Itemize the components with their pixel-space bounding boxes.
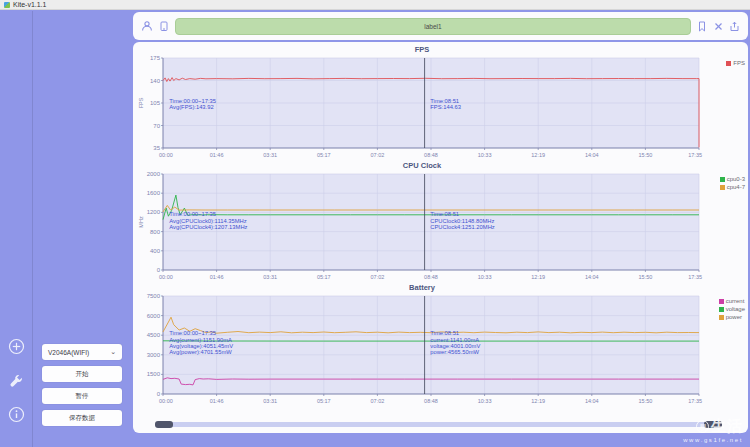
sidebar-icon-column bbox=[0, 11, 33, 447]
x-tick-label: 07:02 bbox=[371, 274, 385, 280]
sidebar: V2046A(WIFI) ⌄ 开始 暂停 保存数据 bbox=[0, 11, 133, 447]
device-controls: V2046A(WIFI) ⌄ 开始 暂停 保存数据 bbox=[42, 344, 122, 426]
annotation-text: current:1141.00mA bbox=[430, 337, 479, 343]
y-tick-label: 4500 bbox=[147, 332, 161, 338]
chevron-down-icon: ⌄ bbox=[110, 349, 116, 355]
wrench-icon bbox=[8, 373, 24, 389]
legend-swatch bbox=[719, 307, 724, 312]
device-icon[interactable] bbox=[158, 20, 170, 32]
info-button[interactable] bbox=[8, 406, 25, 423]
x-tick-label: 01:46 bbox=[210, 398, 224, 404]
legend-label: FPS bbox=[733, 60, 745, 66]
y-tick-label: 35 bbox=[153, 145, 160, 151]
x-tick-label: 10:33 bbox=[478, 152, 492, 158]
legend-label: cpu4-7 bbox=[727, 184, 745, 190]
main-area: label1 bbox=[133, 11, 748, 447]
x-tick-label: 03:31 bbox=[263, 274, 277, 280]
y-tick-label: 0 bbox=[157, 391, 161, 397]
legend-item[interactable]: cpu4-7 bbox=[720, 184, 745, 190]
x-tick-label: 03:31 bbox=[263, 398, 277, 404]
annotation-text: Time:08:51 bbox=[430, 330, 459, 336]
x-tick-label: 07:02 bbox=[371, 152, 385, 158]
window-title: Kite-v1.1.1 bbox=[13, 0, 46, 10]
user-icon[interactable] bbox=[141, 20, 153, 32]
y-tick-label: 3000 bbox=[147, 352, 161, 358]
device-select[interactable]: V2046A(WIFI) ⌄ bbox=[42, 344, 122, 360]
x-tick-label: 10:33 bbox=[478, 274, 492, 280]
session-label-input[interactable]: label1 bbox=[175, 18, 691, 35]
x-tick-label: 08:48 bbox=[424, 398, 438, 404]
legend-swatch bbox=[720, 177, 725, 182]
x-tick-label: 03:31 bbox=[263, 152, 277, 158]
legend-label: current bbox=[726, 298, 745, 304]
annotation-text: Time:00:00~17:35 bbox=[169, 98, 216, 104]
topbar: label1 bbox=[133, 12, 748, 40]
add-button[interactable] bbox=[8, 338, 25, 355]
y-tick-label: 70 bbox=[153, 123, 160, 129]
x-tick-label: 17:35 bbox=[688, 398, 702, 404]
time-range-track[interactable] bbox=[157, 422, 720, 427]
y-tick-label: 800 bbox=[150, 229, 161, 235]
x-tick-label: 14:04 bbox=[585, 274, 599, 280]
x-tick-label: 08:48 bbox=[424, 274, 438, 280]
annotation-text: Avg(CPUClock0):1114.35MHz bbox=[169, 218, 246, 224]
y-tick-label: 0 bbox=[157, 267, 161, 273]
battery-legend: currentvoltagepower bbox=[719, 298, 745, 320]
cpu-plot[interactable]: 040080012001600200000:0001:4603:3105:170… bbox=[137, 171, 707, 281]
annotation-text: FPS:144.63 bbox=[430, 104, 461, 110]
y-tick-label: 6000 bbox=[147, 313, 161, 319]
annotation-text: Avg(current):1151.90mA bbox=[169, 337, 232, 343]
device-select-value: V2046A(WIFI) bbox=[48, 349, 89, 356]
x-tick-label: 05:17 bbox=[317, 398, 331, 404]
legend-item[interactable]: power bbox=[719, 314, 745, 320]
pause-button[interactable]: 暂停 bbox=[42, 388, 122, 404]
legend-label: cpu0-3 bbox=[727, 176, 745, 182]
settings-button[interactable] bbox=[8, 372, 25, 389]
annotation-text: Time:00:00~17:35 bbox=[169, 211, 216, 217]
cpu-chart-card: CPU Clock 040080012001600200000:0001:460… bbox=[137, 161, 748, 281]
legend-item[interactable]: FPS bbox=[726, 60, 745, 66]
time-range-handle-left[interactable] bbox=[155, 421, 173, 428]
x-tick-label: 10:33 bbox=[478, 398, 492, 404]
topbar-actions bbox=[696, 20, 740, 32]
legend-item[interactable]: cpu0-3 bbox=[720, 176, 745, 182]
annotation-text: CPUClock0:1148.80MHz bbox=[430, 218, 494, 224]
plus-circle-icon bbox=[8, 338, 25, 355]
fps-legend: FPS bbox=[726, 60, 745, 66]
legend-item[interactable]: current bbox=[719, 298, 745, 304]
annotation-text: Time:08:51 bbox=[430, 98, 459, 104]
y-tick-label: 140 bbox=[150, 78, 161, 84]
start-button[interactable]: 开始 bbox=[42, 366, 122, 382]
cpu-legend: cpu0-3cpu4-7 bbox=[720, 176, 745, 190]
app-window: Kite-v1.1.1 bbox=[0, 0, 750, 447]
y-tick-label: 7500 bbox=[147, 293, 161, 299]
y-tick-label: 105 bbox=[150, 100, 161, 106]
y-axis-label: MHz bbox=[138, 216, 144, 228]
x-tick-label: 05:17 bbox=[317, 274, 331, 280]
save-data-button[interactable]: 保存数据 bbox=[42, 410, 122, 426]
legend-label: power bbox=[726, 314, 742, 320]
annotation-text: power:4565.50mW bbox=[430, 349, 479, 355]
time-range-handle-right[interactable] bbox=[704, 421, 722, 428]
x-tick-label: 15:50 bbox=[639, 152, 653, 158]
annotation-text: voltage:4001.00mV bbox=[430, 343, 480, 349]
annotation-text: Avg(FPS):143.92 bbox=[169, 104, 213, 110]
x-tick-label: 17:35 bbox=[688, 152, 702, 158]
legend-swatch bbox=[719, 315, 724, 320]
chart-title: Battery bbox=[137, 283, 707, 293]
x-tick-label: 12:19 bbox=[531, 152, 545, 158]
x-tick-label: 00:00 bbox=[159, 398, 173, 404]
x-tick-label: 05:17 bbox=[317, 152, 331, 158]
x-tick-label: 07:02 bbox=[371, 398, 385, 404]
legend-item[interactable]: voltage bbox=[719, 306, 745, 312]
annotation-text: CPUClock4:1251.20MHz bbox=[430, 224, 495, 230]
annotation-text: Time:08:51 bbox=[430, 211, 459, 217]
fps-plot[interactable]: 357010514017500:0001:4603:3105:1707:0208… bbox=[137, 55, 707, 159]
export-icon[interactable] bbox=[728, 20, 740, 32]
bookmark-icon[interactable] bbox=[696, 20, 708, 32]
legend-swatch bbox=[726, 61, 731, 66]
battery-plot[interactable]: 01500300045006000750000:0001:4603:3105:1… bbox=[137, 293, 707, 405]
x-tick-label: 15:50 bbox=[639, 274, 653, 280]
x-tick-label: 00:00 bbox=[159, 274, 173, 280]
close-icon[interactable] bbox=[712, 20, 724, 32]
